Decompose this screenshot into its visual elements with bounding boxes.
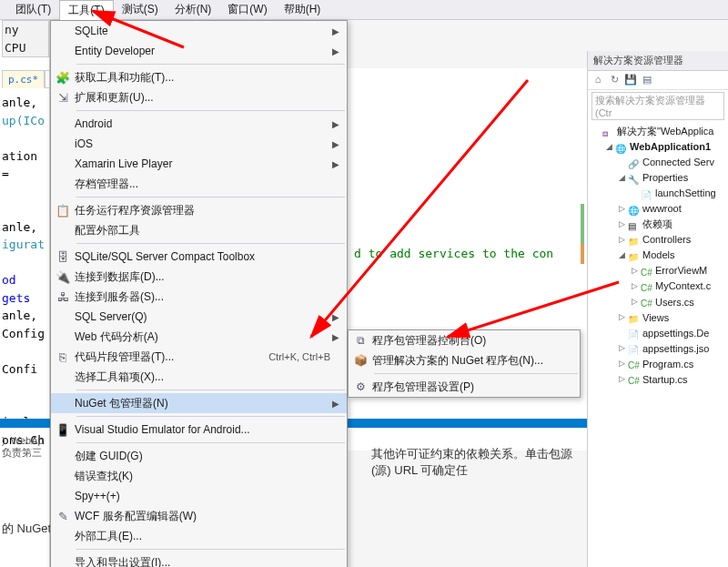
submenu-item[interactable]: 📦管理解决方案的 NuGet 程序包(N)... (349, 350, 580, 370)
menu-item[interactable]: 配置外部工具 (51, 220, 347, 240)
menu-item[interactable]: Entity Developer▶ (51, 41, 347, 61)
tree-node[interactable]: ▷📄appsettings.jso (590, 341, 726, 357)
menu-item-label: 外部工具(E)... (75, 529, 330, 544)
menu-item[interactable]: Spy++(+) (51, 486, 347, 506)
menu-test[interactable]: 测试(S) (114, 0, 167, 19)
tree-expander-icon[interactable]: ▷ (619, 218, 628, 231)
menu-item-icon (51, 220, 75, 240)
tree-expander-icon[interactable]: ▷ (632, 296, 641, 309)
tree-expander-icon[interactable]: ▷ (619, 234, 628, 247)
tree-node[interactable]: ⧈解决方案"WebApplica (590, 124, 726, 139)
menu-item-label: WCF 服务配置编辑器(W) (75, 509, 330, 524)
menu-separator (76, 549, 345, 550)
menu-item[interactable]: 🗄SQLite/SQL Server Compact Toolbox (51, 247, 347, 267)
tree-expander-icon[interactable]: ▷ (619, 342, 628, 355)
menu-window[interactable]: 窗口(W) (219, 0, 275, 19)
menu-item-label: SQLite/SQL Server Compact Toolbox (75, 250, 330, 263)
menu-item[interactable]: 选择工具箱项(X)... (51, 367, 347, 387)
tree-node[interactable]: 📄appsettings.De (590, 326, 726, 341)
menu-item-icon (51, 114, 75, 134)
menu-item[interactable]: NuGet 包管理器(N)▶ (51, 393, 347, 413)
tree-expander-icon[interactable]: ◢ (619, 172, 628, 185)
menu-item-label: Spy++(+) (75, 490, 330, 502)
cpu-selector-fragment[interactable]: ny CPU (2, 20, 49, 57)
menu-item-icon (51, 174, 75, 194)
menu-item[interactable]: iOS▶ (51, 134, 347, 154)
tree-node[interactable]: 📄launchSetting (590, 186, 726, 201)
menu-item-icon (51, 393, 75, 413)
tree-node-icon: 📁 (628, 235, 641, 246)
code-line: od gets (2, 271, 49, 307)
tree-expander-icon[interactable]: ▷ (619, 311, 628, 324)
menu-item-icon (51, 446, 75, 466)
tree-node-label: Startup.cs (642, 372, 688, 388)
tree-node-icon: C# (641, 281, 653, 292)
tree-node[interactable]: ▷🌐wwwroot (590, 201, 726, 217)
tree-node-label: Views (642, 310, 669, 326)
menu-item-label: 连接到服务器(S)... (75, 289, 330, 305)
menu-item[interactable]: SQLite▶ (51, 21, 347, 41)
solution-explorer: 解决方案资源管理器 ⌂ ↻ 💾 ▤ 搜索解决方案资源管理器(Ctr ⧈解决方案"… (587, 51, 728, 567)
menu-team[interactable]: 团队(T) (7, 0, 59, 19)
tree-node[interactable]: ▷📁Views (590, 310, 726, 326)
menu-item[interactable]: ⇲扩展和更新(U)... (51, 87, 347, 107)
menu-item-label: 扩展和更新(U)... (75, 90, 330, 106)
tree-node[interactable]: ▷C#ErrorViewM (590, 263, 726, 278)
tree-node[interactable]: ▷📁Controllers (590, 232, 726, 248)
menu-item[interactable]: 🔌连接到数据库(D)... (51, 267, 347, 287)
solution-explorer-search[interactable]: 搜索解决方案资源管理器(Ctr (592, 92, 724, 120)
menu-item[interactable]: 📋任务运行程序资源管理器 (51, 200, 347, 220)
menu-tools[interactable]: 工具(T) (59, 0, 113, 20)
tree-node[interactable]: ◢🌐WebApplication1 (590, 139, 726, 155)
tree-expander-icon[interactable]: ◢ (606, 141, 615, 154)
menu-item[interactable]: 🖧连接到服务器(S)... (51, 287, 347, 307)
tree-expander-icon[interactable]: ▷ (619, 358, 628, 370)
menu-analyze[interactable]: 分析(N) (167, 0, 220, 19)
sx-tool-sync-icon[interactable]: ↻ (608, 74, 621, 86)
tree-node[interactable]: ▷C#Program.cs (590, 357, 726, 372)
menu-item[interactable]: Web 代码分析(A)▶ (51, 327, 347, 347)
submenu-item[interactable]: ⧉程序包管理器控制台(O) (349, 330, 580, 350)
menu-item-icon (51, 41, 75, 61)
tree-node[interactable]: 🔗Connected Serv (590, 155, 726, 170)
menu-item-label: 创建 GUID(G) (75, 449, 330, 464)
sx-tool-save-icon[interactable]: 💾 (624, 74, 637, 86)
tree-node-label: MyContext.c (655, 278, 711, 294)
tree-node-label: appsettings.jso (642, 341, 709, 357)
tree-node[interactable]: ▷C#MyContext.c (590, 278, 726, 294)
menu-help[interactable]: 帮助(H) (276, 0, 329, 19)
menu-item[interactable]: Android▶ (51, 114, 347, 134)
menu-item[interactable]: 错误查找(K) (51, 466, 347, 486)
tree-node[interactable]: ◢📁Models (590, 248, 726, 263)
tree-expander-icon[interactable]: ▷ (619, 373, 628, 386)
tree-expander-icon[interactable]: ▷ (619, 203, 628, 216)
sx-tool-showall-icon[interactable]: ▤ (641, 74, 653, 86)
tree-expander-icon[interactable]: ▷ (632, 280, 641, 293)
tree-node[interactable]: ◢🔧Properties (590, 170, 726, 186)
menu-item[interactable]: 存档管理器... (51, 174, 347, 194)
menu-item[interactable]: 🧩获取工具和功能(T)... (51, 67, 347, 87)
menu-item-label: 导入和导出设置(I)... (75, 555, 330, 568)
submenu-arrow-icon: ▶ (330, 119, 339, 129)
menu-item[interactable]: 导入和导出设置(I)... (51, 552, 347, 567)
tree-node[interactable]: ▷C#Startup.cs (590, 372, 726, 388)
submenu-item[interactable]: ⚙程序包管理器设置(P) (349, 377, 580, 397)
submenu-item-label: 程序包管理器控制台(O) (372, 333, 572, 349)
tree-node[interactable]: ▷▤依赖项 (590, 217, 726, 232)
menu-item-label: Entity Developer (75, 45, 330, 57)
sx-tool-home-icon[interactable]: ⌂ (592, 74, 604, 86)
doc-tab-startup[interactable]: p.cs* (2, 70, 45, 88)
menu-item[interactable]: ✎WCF 服务配置编辑器(W) (51, 506, 347, 526)
menu-item[interactable]: ⎘代码片段管理器(T)...Ctrl+K, Ctrl+B (51, 347, 347, 367)
menu-item[interactable]: 📱Visual Studio Emulator for Android... (51, 420, 347, 440)
menu-item[interactable]: 创建 GUID(G) (51, 446, 347, 466)
menu-separator (76, 197, 345, 197)
tree-node[interactable]: ▷C#Users.cs (590, 295, 726, 310)
tree-expander-icon[interactable]: ▷ (632, 265, 641, 278)
menu-item[interactable]: SQL Server(Q)▶ (51, 307, 347, 327)
menubar: 团队(T) 工具(T) 测试(S) 分析(N) 窗口(W) 帮助(H) (0, 0, 728, 20)
tree-expander-icon[interactable]: ◢ (619, 249, 628, 262)
tree-node-label: WebApplication1 (630, 139, 711, 155)
menu-item[interactable]: 外部工具(E)... (51, 526, 347, 546)
menu-item[interactable]: Xamarin Live Player▶ (51, 154, 347, 174)
